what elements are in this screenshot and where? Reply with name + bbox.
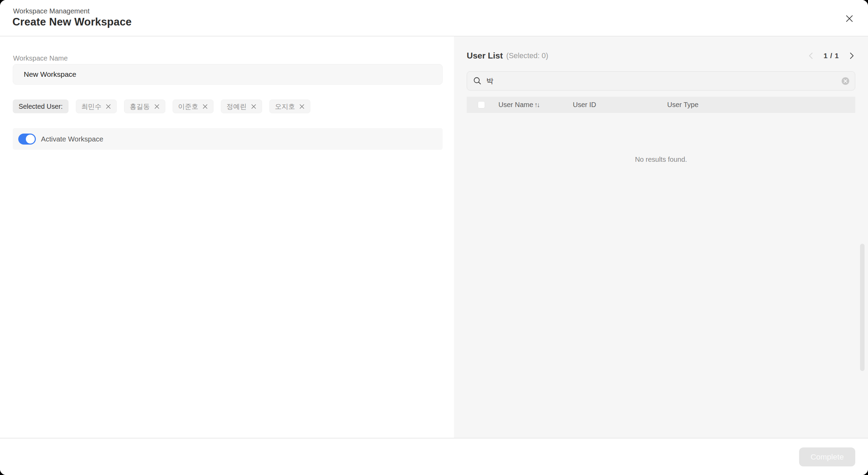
select-all-checkbox[interactable] — [478, 101, 485, 108]
workspace-name-label: Workspace Name — [13, 54, 68, 62]
close-button[interactable] — [840, 10, 858, 28]
user-list-title: User List — [467, 51, 503, 61]
clear-search-button[interactable] — [841, 77, 849, 85]
selected-user-chip: 홍길동 — [124, 99, 165, 113]
chip-remove-icon[interactable] — [105, 104, 111, 109]
chip-user-name: 홍길동 — [130, 102, 150, 111]
chip-remove-icon[interactable] — [299, 104, 305, 109]
chip-user-name: 정예린 — [226, 102, 247, 111]
prev-page-button[interactable] — [807, 52, 815, 60]
scrollbar-thumb[interactable] — [860, 244, 865, 371]
sort-icon[interactable]: ↑↓ — [534, 97, 539, 113]
page-indicator: 1 / 1 — [824, 52, 839, 60]
user-table-header: User Name ↑↓ User ID User Type — [467, 97, 855, 113]
selected-user-chip: 최민수 — [76, 99, 117, 113]
modal-footer: Complete — [0, 438, 868, 475]
selected-users-row: Selected User: 최민수 홍길동 이준호 — [13, 99, 310, 113]
close-icon — [844, 13, 855, 24]
complete-button[interactable]: Complete — [799, 447, 855, 466]
search-icon — [473, 76, 482, 85]
chip-remove-icon[interactable] — [251, 104, 257, 109]
chip-user-name: 오지호 — [275, 102, 295, 111]
chip-remove-icon[interactable] — [154, 104, 160, 109]
selected-count: (Selected: 0) — [506, 52, 548, 60]
user-list-panel: User List (Selected: 0) 1 / 1 — [454, 36, 868, 438]
toggle-knob — [26, 135, 35, 144]
column-user-name: User Name — [498, 97, 533, 113]
workspace-form-panel: Workspace Name Selected User: 최민수 홍길동 이준… — [0, 36, 454, 438]
workspace-name-input[interactable] — [13, 64, 443, 85]
create-workspace-modal: Workspace Management Create New Workspac… — [0, 0, 868, 475]
column-user-type: User Type — [667, 97, 699, 113]
modal-header: Workspace Management Create New Workspac… — [0, 0, 868, 36]
chip-user-name: 이준호 — [178, 102, 198, 111]
selected-user-label: Selected User: — [13, 99, 69, 113]
pagination: 1 / 1 — [807, 52, 855, 60]
activate-workspace-label: Activate Workspace — [41, 135, 103, 143]
user-search-box — [467, 71, 855, 91]
chip-remove-icon[interactable] — [202, 104, 208, 109]
selected-user-chip: 오지호 — [269, 99, 311, 113]
activate-workspace-row: Activate Workspace — [13, 128, 443, 150]
selected-user-chip: 이준호 — [173, 99, 214, 113]
column-user-id: User ID — [573, 97, 596, 113]
chevron-right-icon — [848, 52, 855, 60]
user-search-input[interactable] — [486, 76, 841, 85]
chevron-left-icon — [807, 52, 815, 60]
selected-user-chip: 정예린 — [221, 99, 262, 113]
user-list-header: User List (Selected: 0) 1 / 1 — [467, 50, 855, 62]
breadcrumb: Workspace Management — [13, 7, 90, 15]
page-title: Create New Workspace — [12, 16, 132, 28]
empty-results-message: No results found. — [454, 156, 868, 163]
next-page-button[interactable] — [848, 52, 855, 60]
activate-workspace-toggle[interactable] — [18, 134, 36, 145]
circle-x-icon — [841, 77, 849, 85]
chip-user-name: 최민수 — [81, 102, 102, 111]
